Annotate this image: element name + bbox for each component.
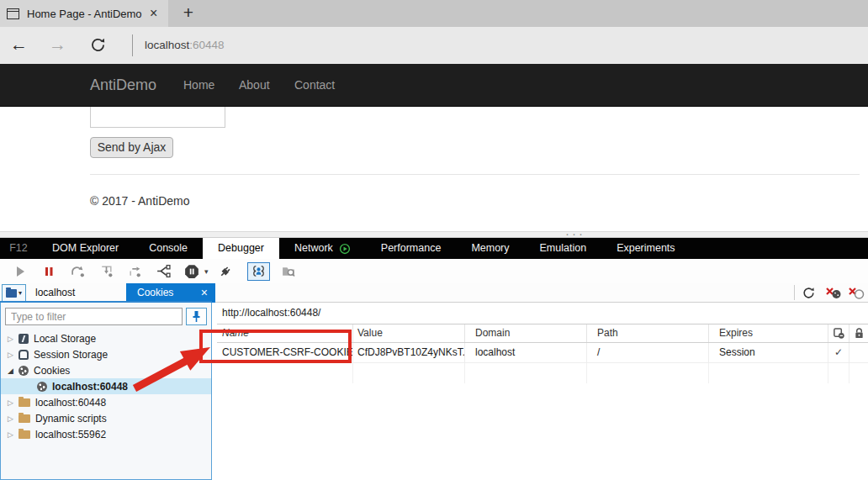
column-header-httponly-icon[interactable] xyxy=(828,324,849,342)
continue-icon[interactable] xyxy=(10,262,30,281)
expander-icon[interactable] xyxy=(8,398,16,407)
nav-link-about[interactable]: About xyxy=(239,64,270,107)
clear-all-cookies-icon[interactable] xyxy=(848,286,866,300)
cookies-tab-close-icon[interactable] xyxy=(201,283,208,303)
step-out-icon[interactable] xyxy=(124,262,145,281)
filter-input[interactable] xyxy=(5,308,183,325)
pane-active-underline xyxy=(0,301,212,303)
tree-label: localhost:60448 xyxy=(35,397,106,409)
step-over-icon[interactable] xyxy=(67,262,87,281)
cookies-tab-label: Cookies xyxy=(137,287,173,298)
back-button[interactable] xyxy=(10,34,28,55)
tree-label: localhost:55962 xyxy=(35,429,106,440)
column-header-expires[interactable]: Expires xyxy=(709,324,828,342)
actions-separator xyxy=(794,285,795,300)
highlight-rectangle xyxy=(199,330,352,363)
exception-settings-icon[interactable] xyxy=(182,262,202,281)
devtools-splitter[interactable] xyxy=(0,231,868,238)
nav-link-home[interactable]: Home xyxy=(183,64,214,107)
forward-button[interactable] xyxy=(49,34,66,55)
tab-performance[interactable]: Performance xyxy=(366,238,457,259)
cookie-icon xyxy=(37,382,47,392)
pane-header: localhost Cookies xyxy=(0,283,868,303)
tab-network[interactable]: Network xyxy=(279,238,366,259)
page-favicon-icon xyxy=(7,8,19,19)
browser-tab-bar: Home Page - AntiDemo xyxy=(0,0,868,27)
debugger-toolbar xyxy=(0,259,868,283)
tree-label: localhost:60448 xyxy=(52,381,128,393)
column-header-value[interactable]: Value xyxy=(353,324,465,342)
file-picker-button[interactable] xyxy=(2,284,26,302)
column-header-secure-icon[interactable] xyxy=(849,324,868,342)
refresh-cookies-icon[interactable] xyxy=(802,286,820,300)
tree-item-dynamic-scripts[interactable]: Dynamic scripts xyxy=(1,410,211,426)
cookie-expires: Session xyxy=(709,343,828,362)
delete-cookie-icon[interactable] xyxy=(825,286,844,300)
tree-label: Cookies xyxy=(34,365,70,377)
cookie-secure xyxy=(849,343,868,362)
folder-icon xyxy=(19,414,30,423)
tab-memory[interactable]: Memory xyxy=(456,238,524,259)
cookie-domain: localhost xyxy=(465,343,587,362)
break-on-new-worker-icon[interactable] xyxy=(153,262,173,281)
tab-debugger[interactable]: Debugger xyxy=(203,238,279,259)
tab-experiments[interactable]: Experiments xyxy=(601,238,690,259)
cookies-url: http://localhost:60448/ xyxy=(217,303,868,324)
url-host: localhost xyxy=(145,39,189,51)
refresh-button[interactable] xyxy=(89,36,107,57)
tab-dom-explorer[interactable]: DOM Explorer xyxy=(37,238,134,259)
highlight-arrow xyxy=(123,336,217,400)
debug-just-my-code-icon[interactable] xyxy=(247,262,270,281)
pin-button[interactable] xyxy=(186,308,207,325)
address-separator xyxy=(132,34,133,56)
exception-dropdown-caret-icon[interactable] xyxy=(204,267,209,276)
tree-label: Session Storage xyxy=(34,349,108,361)
attach-plug-icon[interactable] xyxy=(215,262,236,281)
break-icon[interactable] xyxy=(39,262,59,281)
expander-icon[interactable] xyxy=(8,367,16,375)
cookie-path: / xyxy=(587,343,709,362)
expander-icon[interactable] xyxy=(8,430,16,439)
column-header-path[interactable]: Path xyxy=(587,324,709,342)
step-into-icon[interactable] xyxy=(96,262,116,281)
site-navbar: AntiDemo Home About Contact xyxy=(0,64,868,107)
new-tab-button[interactable] xyxy=(168,0,209,27)
column-header-domain[interactable]: Domain xyxy=(465,324,587,342)
message-input[interactable] xyxy=(90,107,225,128)
folder-icon xyxy=(19,430,30,439)
screen: Home Page - AntiDemo localhost:60448 Ant… xyxy=(0,0,868,480)
nav-link-contact[interactable]: Contact xyxy=(294,64,335,107)
network-profiling-icon xyxy=(339,243,351,255)
cookie-value: CfDJ8PvBT10Z4yNKsT... xyxy=(353,343,465,362)
url-port: :60448 xyxy=(189,39,224,51)
session-storage-icon xyxy=(19,350,29,360)
f12-label: F12 xyxy=(0,238,37,259)
source-tab-localhost[interactable]: localhost xyxy=(27,283,126,302)
local-storage-icon xyxy=(19,334,29,344)
tree-item-localhost-55962[interactable]: localhost:55962 xyxy=(1,426,211,442)
find-in-files-icon[interactable] xyxy=(278,262,299,281)
site-footer-text: © 2017 - AntiDemo xyxy=(90,194,190,208)
empty-row xyxy=(217,363,868,383)
cookies-icon xyxy=(19,366,29,376)
url-field[interactable]: localhost:60448 xyxy=(145,39,225,51)
cookie-httponly-check: ✓ xyxy=(828,343,849,362)
tree-label: Dynamic scripts xyxy=(35,413,107,425)
send-by-ajax-button[interactable]: Send by Ajax xyxy=(90,137,173,158)
tab-network-label: Network xyxy=(294,238,333,259)
expander-icon[interactable] xyxy=(8,335,16,343)
tree-label: Local Storage xyxy=(34,333,96,345)
tab-title: Home Page - AntiDemo xyxy=(27,8,143,20)
tab-console[interactable]: Console xyxy=(134,238,203,259)
expander-icon[interactable] xyxy=(8,414,16,423)
browser-tab[interactable]: Home Page - AntiDemo xyxy=(0,0,168,27)
site-brand[interactable]: AntiDemo xyxy=(90,64,156,107)
expander-icon[interactable] xyxy=(8,351,16,359)
devtools-tab-strip: F12 DOM Explorer Console Debugger Networ… xyxy=(0,238,868,259)
folder-icon xyxy=(19,398,30,407)
footer-divider xyxy=(90,174,860,175)
tab-close-icon[interactable] xyxy=(150,7,157,20)
cookies-tool-tab[interactable]: Cookies xyxy=(126,283,215,303)
folder-icon xyxy=(6,289,17,298)
tab-emulation[interactable]: Emulation xyxy=(525,238,602,259)
